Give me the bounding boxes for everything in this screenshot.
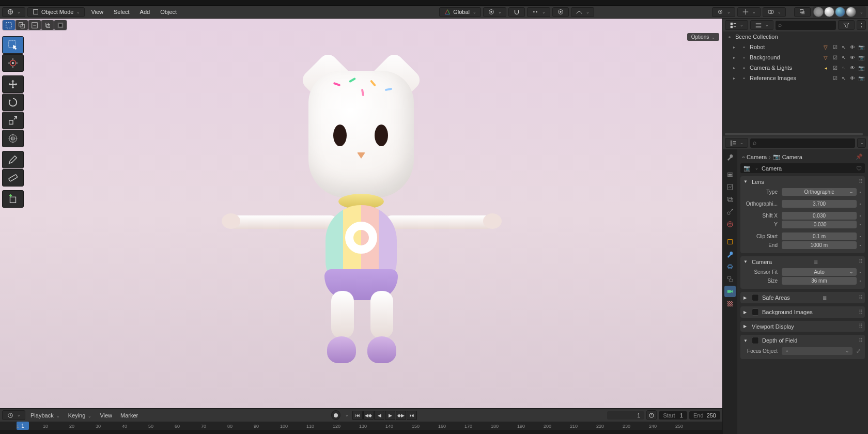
current-frame-field[interactable]: 1 bbox=[607, 411, 644, 420]
outliner-search[interactable] bbox=[776, 21, 836, 30]
select-menu[interactable]: Select bbox=[110, 8, 134, 16]
select-invert-icon[interactable] bbox=[54, 20, 67, 30]
selectable-toggle[interactable]: ↖ bbox=[840, 44, 847, 50]
outliner-filter[interactable] bbox=[838, 20, 855, 30]
options-dropdown[interactable]: Options ⌄ bbox=[687, 33, 719, 41]
shading-wireframe[interactable] bbox=[813, 7, 824, 17]
select-box-icon[interactable] bbox=[3, 20, 15, 30]
orientation-select[interactable]: Global ⌄ bbox=[439, 7, 481, 17]
outliner-row-reference[interactable]: ▸ ▫ Reference Images ☑↖👁📷 bbox=[723, 73, 868, 83]
properties-search[interactable] bbox=[750, 138, 855, 148]
viewport-3d[interactable] bbox=[0, 19, 722, 408]
timeline-editor-icon[interactable]: ⌄ bbox=[2, 410, 25, 420]
jump-start[interactable]: ⏮ bbox=[352, 411, 363, 420]
viewport-display-header[interactable]: ▶ Viewport Display ⠿ bbox=[740, 321, 865, 332]
tool-move[interactable] bbox=[2, 75, 24, 93]
gizmo-toggle[interactable]: ⌄ bbox=[737, 7, 761, 17]
safe-areas-header[interactable]: ▶ Safe Areas ≣ ⠿ bbox=[740, 292, 865, 303]
tool-annotate[interactable] bbox=[2, 151, 24, 168]
outliner-row-background[interactable]: ▸ ▫ Background ▽ ☑↖👁📷 bbox=[723, 52, 868, 63]
tab-output[interactable] bbox=[724, 181, 736, 193]
timeline-scrollbar[interactable] bbox=[0, 430, 722, 434]
outliner-row-camera-lights[interactable]: ▸ ▫ Camera & Lights ◂ ☑↖👁📷 bbox=[723, 63, 868, 73]
keying-menu[interactable]: Keying ⌄ bbox=[65, 411, 95, 420]
tab-object[interactable] bbox=[724, 236, 736, 247]
play-reverse[interactable]: ◀ bbox=[374, 411, 384, 420]
dof-header[interactable]: ▼ Depth of Field ⠿ bbox=[740, 335, 865, 346]
proportional-toggle[interactable] bbox=[552, 7, 569, 17]
sensor-size-field[interactable]: 36 mm bbox=[782, 277, 857, 285]
start-frame-field[interactable]: Start 1 bbox=[659, 411, 687, 420]
render-toggle[interactable]: 📷 bbox=[858, 44, 865, 50]
dof-checkbox[interactable] bbox=[752, 337, 759, 344]
autokey-toggle[interactable] bbox=[331, 410, 340, 420]
mode-select[interactable]: Object Mode ⌄ bbox=[27, 7, 85, 17]
tool-transform[interactable] bbox=[2, 130, 24, 147]
properties-options[interactable]: ⌄ bbox=[857, 138, 866, 148]
preview-range-toggle[interactable] bbox=[646, 410, 657, 420]
outliner-editor-icon[interactable]: ⌄ bbox=[725, 20, 748, 30]
tab-render[interactable] bbox=[724, 169, 736, 180]
bg-images-checkbox[interactable] bbox=[752, 308, 759, 316]
tab-scene[interactable] bbox=[724, 206, 736, 218]
select-extend-icon[interactable] bbox=[16, 20, 28, 30]
shading-solid[interactable] bbox=[824, 7, 834, 17]
focus-object-select[interactable]: ▫ bbox=[782, 347, 853, 355]
timeline-view-menu[interactable]: View bbox=[97, 411, 115, 420]
overlays-toggle[interactable]: ⌄ bbox=[763, 7, 786, 17]
object-menu[interactable]: Object bbox=[156, 8, 181, 16]
xray-toggle[interactable] bbox=[794, 7, 811, 17]
jump-end[interactable]: ⏭ bbox=[407, 411, 417, 420]
tool-cursor[interactable] bbox=[2, 54, 24, 72]
sensor-fit-select[interactable]: Auto bbox=[782, 268, 857, 276]
tab-viewlayer[interactable] bbox=[724, 194, 736, 205]
outliner-display-mode[interactable]: ⌄ bbox=[750, 20, 773, 30]
fake-user-icon[interactable]: 🛡 bbox=[856, 165, 862, 172]
outliner-body[interactable]: ▫ Scene Collection ▸ ▫ Robot ▽ ☑↖👁📷 ▸ ▫ … bbox=[723, 32, 868, 133]
snap-select[interactable]: ⌄ bbox=[527, 7, 550, 17]
camera-name-field[interactable]: 📷⌄ Camera 🛡 bbox=[740, 163, 865, 173]
properties-editor-icon[interactable]: ⌄ bbox=[725, 138, 748, 148]
proportional-falloff[interactable]: ⌄ bbox=[571, 7, 594, 17]
tab-physics[interactable] bbox=[724, 261, 736, 272]
shift-y-field[interactable]: -0.030 bbox=[782, 221, 857, 228]
snap-toggle[interactable] bbox=[508, 7, 525, 17]
tab-world[interactable] bbox=[724, 219, 736, 230]
shading-matprev[interactable] bbox=[835, 7, 845, 17]
outliner-scrollbar[interactable] bbox=[725, 133, 863, 135]
tool-rotate[interactable] bbox=[2, 94, 24, 111]
tool-select-box[interactable] bbox=[2, 36, 24, 54]
safe-areas-checkbox[interactable] bbox=[752, 294, 759, 301]
tab-camera-data[interactable] bbox=[724, 286, 736, 297]
playback-menu[interactable]: Playback ⌄ bbox=[27, 411, 63, 420]
camera-panel-header[interactable]: ▼ Camera ≣ ⠿ bbox=[740, 256, 865, 267]
ortho-scale-field[interactable]: 3.700 bbox=[782, 200, 857, 208]
exclude-toggle[interactable]: ☑ bbox=[831, 44, 839, 50]
outliner-scene-collection[interactable]: ▫ Scene Collection bbox=[723, 32, 868, 42]
editor-type-icon[interactable]: ⌄ bbox=[2, 7, 25, 17]
select-intersect-icon[interactable] bbox=[41, 20, 54, 30]
bg-images-header[interactable]: ▶ Background Images ⠿ bbox=[740, 306, 865, 318]
tool-measure[interactable] bbox=[2, 169, 24, 187]
clip-start-field[interactable]: 0.1 m bbox=[782, 233, 857, 240]
eyedropper-icon[interactable]: ⤢ bbox=[855, 348, 862, 354]
tab-tool[interactable] bbox=[724, 151, 736, 163]
pivot-select[interactable]: ⌄ bbox=[483, 7, 506, 17]
select-subtract-icon[interactable] bbox=[28, 20, 41, 30]
play-forward[interactable]: ▶ bbox=[385, 411, 395, 420]
tab-constraint[interactable] bbox=[724, 273, 736, 285]
outliner-row-robot[interactable]: ▸ ▫ Robot ▽ ☑↖👁📷 bbox=[723, 42, 868, 52]
add-menu[interactable]: Add bbox=[136, 8, 154, 16]
clip-end-field[interactable]: 1000 m bbox=[782, 241, 857, 249]
pin-icon[interactable]: 📌 bbox=[856, 153, 863, 160]
view-menu[interactable]: View bbox=[87, 8, 107, 16]
lens-type-select[interactable]: Orthographic bbox=[782, 188, 857, 196]
tab-modifier[interactable] bbox=[724, 249, 736, 260]
shading-rendered[interactable] bbox=[846, 7, 856, 17]
view-object-types[interactable]: ⌄ bbox=[712, 7, 735, 17]
keyframe-prev[interactable]: ◀◆ bbox=[363, 411, 374, 420]
shift-x-field[interactable]: 0.030 bbox=[782, 212, 857, 220]
tool-add-primitive[interactable] bbox=[2, 190, 24, 208]
tool-scale[interactable] bbox=[2, 112, 24, 129]
hide-toggle[interactable]: 👁 bbox=[849, 44, 856, 50]
